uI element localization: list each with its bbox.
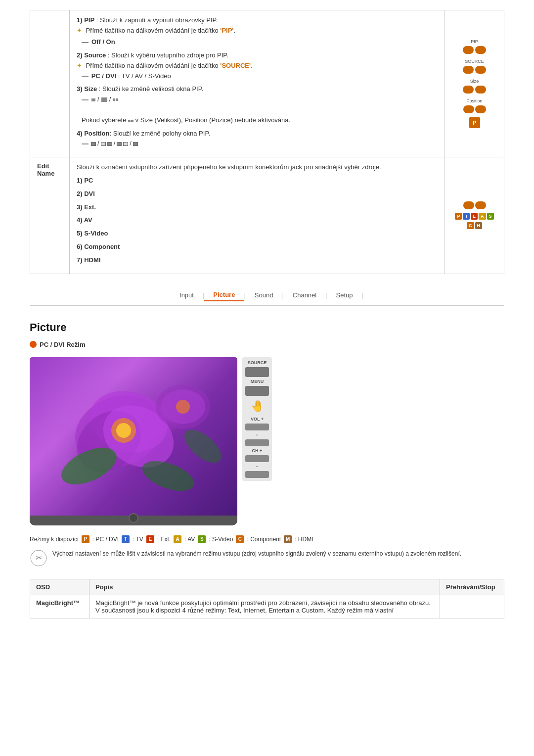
remote-vol-plus-btn[interactable] xyxy=(245,424,269,430)
tv-display xyxy=(30,357,237,516)
badge-av: A xyxy=(174,535,181,543)
size-btn-2[interactable] xyxy=(475,86,486,94)
mode-hdmi-label: : HDMI xyxy=(295,536,313,543)
badge-t: T xyxy=(463,213,470,220)
source-btn-2[interactable] xyxy=(475,66,486,74)
remote-vol-minus-btn[interactable] xyxy=(245,439,269,446)
mode-svideo-label: : S-Video xyxy=(209,536,233,543)
nav-bar: Input | Picture | Sound | Channel | Setu… xyxy=(30,289,504,306)
remote-menu-btn[interactable] xyxy=(245,386,269,396)
svg-point-11 xyxy=(178,424,226,469)
picture-title: Picture xyxy=(30,321,504,334)
badge-hdmi: M xyxy=(284,535,292,543)
svg-point-5 xyxy=(116,423,131,438)
badge-svideo: S xyxy=(198,535,206,543)
badge-c: C xyxy=(467,222,474,229)
mode-label-row: PC / DVI Režim xyxy=(30,341,504,348)
pip-btn-2[interactable] xyxy=(475,46,486,54)
col-play: Přehrávání/Stop xyxy=(440,579,504,595)
remote-ch-minus-btn[interactable] xyxy=(245,471,269,478)
magicbright-label: MagicBright™ xyxy=(36,599,80,607)
remote-ch-minus-label: − xyxy=(245,464,269,469)
badge-ext: E xyxy=(146,535,154,543)
modes-legend: Režimy k dispozici P : PC / DVI T : TV E… xyxy=(30,535,504,543)
pip-image-cell: PIP SOURCE Size xyxy=(445,10,504,157)
svg-text:✂: ✂ xyxy=(36,554,42,562)
bottom-table-header: OSD Popis Přehrávání/Stop xyxy=(30,579,504,595)
remote-source-label: SOURCE xyxy=(245,360,269,365)
pip-item-2: 2) Source : Slouží k výběru vstupního zd… xyxy=(77,50,438,81)
remote-panel: SOURCE MENU 🤚 VOL + − CH + − xyxy=(242,357,272,481)
flower-svg xyxy=(30,357,237,506)
pip-info-table: 1) PIP : Slouží k zapnutí a vypnutí obra… xyxy=(30,10,504,274)
pip-row: 1) PIP : Slouží k zapnutí a vypnutí obra… xyxy=(30,10,504,157)
badge-pc-dvi: P xyxy=(82,535,89,543)
note-row: ✂ Výchozí nastavení se může lišit v závi… xyxy=(30,549,504,572)
hand-icon: 🤚 xyxy=(245,400,269,413)
editname-remote-widget: P T E A S C H xyxy=(452,201,497,229)
play-cell-1 xyxy=(440,595,504,618)
modes-legend-prefix: Režimy k dispozici xyxy=(30,536,79,543)
col-popis: Popis xyxy=(89,579,440,595)
editname-label: EditName xyxy=(30,157,70,274)
nav-setup[interactable]: Setup xyxy=(327,289,362,301)
size-btn-1[interactable] xyxy=(463,86,474,94)
tv-base-circle xyxy=(129,513,138,523)
remote-ch-plus-btn[interactable] xyxy=(245,455,269,462)
popis-cell-1: MagicBright™ je nová funkce poskytující … xyxy=(89,595,440,618)
nav-sound[interactable]: Sound xyxy=(246,289,282,301)
bottom-table-row-1: MagicBright™ MagicBright™ je nová funkce… xyxy=(30,595,504,618)
remote-vol-minus-label: − xyxy=(245,432,269,437)
col-osd: OSD xyxy=(30,579,89,595)
mode-label-text: PC / DVI Režim xyxy=(40,341,85,348)
nav-channel[interactable]: Channel xyxy=(284,289,325,301)
badge-component: C xyxy=(236,535,244,543)
mode-av-label: : AV xyxy=(184,536,195,543)
mode-tv-label: : TV xyxy=(133,536,143,543)
edit-btn-2[interactable] xyxy=(475,201,486,209)
remote-menu-label: MENU xyxy=(245,379,269,384)
note-icon: ✂ xyxy=(30,549,47,572)
mode-pc-dvi-label: : PC / DVI xyxy=(92,536,119,543)
pip-btn-1[interactable] xyxy=(463,46,474,54)
svg-point-8 xyxy=(176,400,190,414)
pos-btn-2[interactable] xyxy=(475,105,486,113)
nav-input[interactable]: Input xyxy=(171,289,203,301)
badge-p: P xyxy=(455,213,462,220)
remote-source-btn[interactable] xyxy=(245,367,269,377)
section-divider xyxy=(30,311,504,311)
mode-ext-label: : Ext. xyxy=(157,536,171,543)
p-badge: P xyxy=(469,117,480,128)
tv-screen xyxy=(30,357,237,516)
mode-component-label: : Component xyxy=(247,536,281,543)
badge-s: S xyxy=(487,213,494,220)
osd-cell-1: MagicBright™ xyxy=(30,595,89,618)
bottom-table: OSD Popis Přehrávání/Stop MagicBright™ M… xyxy=(30,579,504,618)
tv-base xyxy=(30,516,237,525)
tv-wrapper xyxy=(30,357,237,525)
badge-tv: T xyxy=(122,535,130,543)
pip-item-1: 1) PIP : Slouží k zapnutí a vypnutí obra… xyxy=(77,15,438,47)
pos-btn-1[interactable] xyxy=(463,105,474,113)
pip-item-4: 4) Position: Slouží ke změně polohy okna… xyxy=(77,129,438,149)
editname-content: Slouží k označení vstupního zařízení při… xyxy=(70,157,445,274)
badge-e: E xyxy=(471,213,478,220)
note-text: Výchozí nastavení se může lišit v závisl… xyxy=(52,549,461,558)
nav-picture[interactable]: Picture xyxy=(204,289,244,301)
tool-svg: ✂ xyxy=(30,549,47,567)
badge-h: H xyxy=(475,222,483,229)
source-btn-1[interactable] xyxy=(463,66,474,74)
tv-container: SOURCE MENU 🤚 VOL + − CH + − xyxy=(30,357,504,525)
remote-vol-label: VOL + xyxy=(245,417,269,422)
pip-item-3: 3) Size : Slouží ke změně velikosti okna… xyxy=(77,84,438,125)
picture-section: Picture PC / DVI Režim xyxy=(30,321,504,618)
badge-a: A xyxy=(479,213,486,220)
editname-image-cell: P T E A S C H xyxy=(445,157,504,274)
pip-label-cell xyxy=(30,10,70,157)
remote-ch-plus-label: CH + xyxy=(245,448,269,453)
pip-content-cell: 1) PIP : Slouží k zapnutí a vypnutí obra… xyxy=(70,10,445,157)
editname-row: EditName Slouží k označení vstupního zař… xyxy=(30,157,504,274)
edit-btn-1[interactable] xyxy=(463,201,474,209)
mode-icon xyxy=(30,341,37,348)
pip-remote-widget: PIP SOURCE Size xyxy=(452,39,497,128)
